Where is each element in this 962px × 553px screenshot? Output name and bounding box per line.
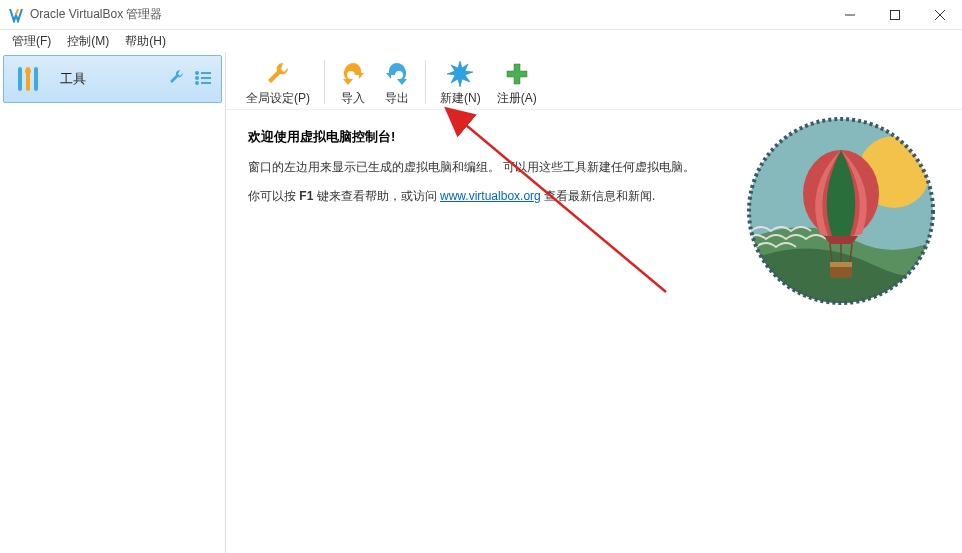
- svg-point-8: [195, 71, 199, 75]
- plus-icon: [503, 58, 531, 90]
- add-button[interactable]: 注册(A): [489, 56, 545, 109]
- global-settings-button[interactable]: 全局设定(P): [238, 56, 318, 109]
- virtualbox-link[interactable]: www.virtualbox.org: [440, 189, 541, 203]
- app-icon: [8, 7, 24, 23]
- toolbar-separator: [324, 60, 325, 104]
- svg-rect-22: [830, 262, 852, 267]
- menu-control[interactable]: 控制(M): [61, 31, 115, 52]
- close-button[interactable]: [917, 0, 962, 30]
- welcome-line2: 你可以按 F1 键来查看帮助，或访问 www.virtualbox.org 查看…: [248, 187, 728, 206]
- titlebar: Oracle VirtualBox 管理器: [0, 0, 962, 30]
- svg-rect-9: [201, 72, 211, 74]
- sidebar: 工具: [0, 52, 226, 553]
- menubar: 管理(F) 控制(M) 帮助(H): [0, 30, 962, 52]
- menu-help[interactable]: 帮助(H): [119, 31, 172, 52]
- maximize-button[interactable]: [872, 0, 917, 30]
- toolbar: 全局设定(P) 导入 导出 新建(N): [226, 52, 962, 110]
- svg-rect-1: [890, 10, 899, 19]
- export-icon: [383, 58, 411, 90]
- export-button[interactable]: 导出: [375, 56, 419, 109]
- window-title: Oracle VirtualBox 管理器: [30, 6, 827, 23]
- starburst-icon: [445, 58, 475, 90]
- wrench-icon[interactable]: [167, 68, 187, 91]
- sidebar-item-label: 工具: [60, 70, 159, 88]
- main: 全局设定(P) 导入 导出 新建(N): [226, 52, 962, 553]
- svg-rect-6: [34, 67, 38, 91]
- balloon-illustration: [746, 116, 936, 306]
- tools-icon: [12, 61, 52, 97]
- wrench-icon: [263, 58, 293, 90]
- menu-file[interactable]: 管理(F): [6, 31, 57, 52]
- svg-point-12: [195, 81, 199, 85]
- svg-rect-11: [201, 77, 211, 79]
- svg-rect-13: [201, 82, 211, 84]
- svg-point-7: [25, 68, 31, 74]
- toolbar-label: 导入: [341, 90, 365, 107]
- toolbar-label: 注册(A): [497, 90, 537, 107]
- import-button[interactable]: 导入: [331, 56, 375, 109]
- body: 工具 全局设定(P: [0, 52, 962, 553]
- list-icon[interactable]: [193, 68, 213, 91]
- help-key: F1: [299, 189, 313, 203]
- toolbar-separator: [425, 60, 426, 104]
- svg-point-10: [195, 76, 199, 80]
- sidebar-item-tools[interactable]: 工具: [3, 55, 222, 103]
- import-icon: [339, 58, 367, 90]
- svg-rect-4: [18, 67, 22, 91]
- toolbar-label: 导出: [385, 90, 409, 107]
- welcome-line1: 窗口的左边用来显示已生成的虚拟电脑和编组。 可以用这些工具新建任何虚拟电脑。: [248, 158, 728, 177]
- new-button[interactable]: 新建(N): [432, 56, 489, 109]
- welcome-panel: 欢迎使用虚拟电脑控制台! 窗口的左边用来显示已生成的虚拟电脑和编组。 可以用这些…: [226, 110, 962, 553]
- minimize-button[interactable]: [827, 0, 872, 30]
- toolbar-label: 全局设定(P): [246, 90, 310, 107]
- window-controls: [827, 0, 962, 30]
- toolbar-label: 新建(N): [440, 90, 481, 107]
